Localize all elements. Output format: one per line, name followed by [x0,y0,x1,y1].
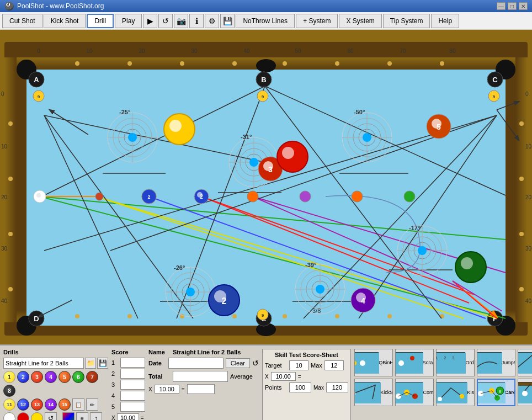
ball-7[interactable]: 7 [86,371,98,383]
thumb-kiss-label: Kiss [467,390,475,395]
svg-text:-50°: -50° [354,109,365,115]
ball-13[interactable]: 13 [31,398,43,411]
svg-text:30: 30 [191,48,198,54]
target-input[interactable] [289,360,308,370]
play-button[interactable]: Play [115,14,142,28]
score-input-4[interactable] [120,391,145,401]
score-row-1: 1 [111,358,145,368]
svg-text:2: 2 [147,194,150,200]
ball-11[interactable]: 11 [3,398,15,411]
close-button[interactable]: ✕ [519,2,528,10]
thumb-qbinhand[interactable]: QBinHand [354,349,393,376]
thumb-kickshot[interactable]: KickShot [354,379,393,406]
ball-red[interactable] [17,412,29,420]
score-input-2[interactable] [120,369,145,379]
kick-shot-button[interactable]: Kick Shot [44,14,86,28]
score-input-5[interactable] [120,402,145,412]
svg-text:2: 2 [222,296,227,306]
thumb-kiss[interactable]: Kiss [436,379,475,406]
thumb-combo[interactable]: Combo [395,379,434,406]
svg-point-215 [460,394,464,398]
ball-8[interactable]: 8 [3,385,15,397]
ball-1[interactable]: 1 [3,371,15,383]
ball-15[interactable]: 15 [58,398,71,411]
thumb-scratch[interactable]: Scratch [395,349,434,376]
drill-name-input[interactable] [3,358,84,369]
result-input[interactable] [187,384,215,394]
svg-text:4: 4 [361,296,365,305]
svg-point-23 [8,177,13,181]
ball-copy[interactable]: 📋 [72,398,84,411]
thumb-scratch-label: Scratch [423,360,434,365]
play-icon-button[interactable]: ▶ [143,14,157,28]
points-max-input[interactable] [326,382,348,392]
clear-icon[interactable]: ↺ [252,359,259,368]
arrow-up-button[interactable]: ↑ [90,412,102,420]
plus-system-button[interactable]: + System [296,14,338,28]
skill-x-value: 10.00 [271,372,296,381]
target-max-input[interactable] [324,360,344,370]
nothrow-button[interactable]: NoThrow Lines [236,14,295,28]
svg-text:-26°: -26° [174,264,185,271]
cut-shot-button[interactable]: Cut Shot [2,14,42,28]
thumb-carom-label: Carom [505,390,515,395]
svg-text:B: B [261,76,266,84]
clear-button[interactable]: Clear [226,358,250,368]
date-row: Date Clear ↺ [148,358,259,369]
svg-text:1: 1 [436,355,439,360]
score-input-1[interactable] [120,358,145,368]
x-system-button[interactable]: X System [339,14,381,28]
ball-ghost[interactable] [3,412,15,420]
svg-text:3: 3 [452,355,455,360]
save-drill-button[interactable]: 💾 [97,358,108,369]
svg-rect-203 [518,353,532,374]
svg-point-8 [180,61,184,66]
ball-4[interactable]: 4 [45,371,57,383]
ball-edit[interactable]: ✏ [86,398,98,411]
help-button[interactable]: Help [431,14,459,28]
ball-5[interactable]: 5 [58,371,71,383]
svg-point-22 [8,121,13,126]
total-input[interactable] [173,371,228,382]
undo-button[interactable]: ↺ [45,412,57,420]
total-field-label: Total [148,373,171,380]
score-input-3[interactable] [120,380,145,390]
ball-6[interactable]: 6 [72,371,84,383]
svg-text:20: 20 [525,194,532,200]
layers-button[interactable]: ≡ [76,412,88,420]
open-drill-button[interactable]: 📁 [85,358,96,369]
tip-system-button[interactable]: Tip System [383,14,430,28]
thumb-bankshot[interactable]: BankShot [518,349,532,376]
svg-text:2: 2 [444,355,446,360]
settings-icon-button[interactable]: ⚙ [205,14,219,28]
points-input[interactable] [289,382,311,392]
camera-icon-button[interactable]: 📷 [174,14,188,28]
ball-3[interactable]: 3 [31,371,43,383]
svg-text:40: 40 [525,298,532,304]
drills-label: Drills [3,349,108,355]
date-input[interactable] [168,358,224,369]
svg-text:9: 9 [262,313,264,318]
info-icon-button[interactable]: ℹ [189,14,204,28]
svg-text:0: 0 [1,91,4,97]
ball-yellow[interactable] [31,412,43,420]
color-button[interactable] [62,412,75,420]
score-num-4: 4 [111,392,118,399]
score-num-3: 3 [111,381,118,388]
maximize-button[interactable]: □ [508,2,517,10]
svg-point-20 [387,314,392,318]
svg-text:0: 0 [37,48,40,54]
drill-button[interactable]: Drill [87,14,114,28]
thumb-carom[interactable]: 8 Carom [477,379,515,406]
drill-name-row: 📁 💾 [3,358,108,369]
ball-2[interactable]: 2 [17,371,29,383]
reset-icon-button[interactable]: ↺ [158,14,173,28]
svg-point-100 [128,133,137,142]
save-icon-button[interactable]: 💾 [220,14,235,28]
ball-12[interactable]: 12 [17,398,29,411]
thumb-order[interactable]: 1 2 3 Order [436,349,475,376]
ball-14[interactable]: 14 [45,398,57,411]
thumb-hitrail[interactable]: HitRail [518,379,532,406]
thumb-jumpshot[interactable]: JumpShot [477,349,515,376]
minimize-button[interactable]: — [497,2,506,10]
